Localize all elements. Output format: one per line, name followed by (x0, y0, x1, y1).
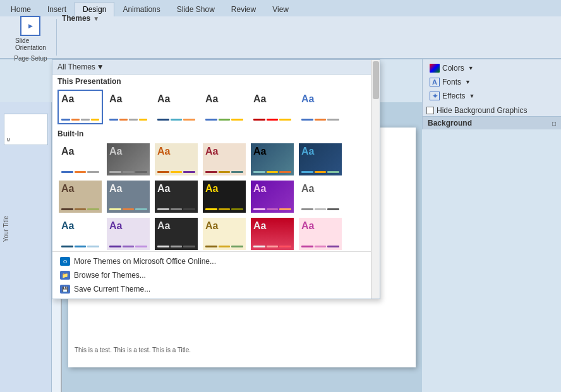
effects-label: Effects (442, 92, 465, 100)
background-section-header: Background □ (423, 116, 561, 129)
background-label: Background (428, 119, 472, 128)
fonts-label: Fonts (442, 78, 461, 86)
theme-item-2[interactable]: Aa (154, 90, 199, 124)
fonts-icon: A (430, 78, 440, 86)
your-title-label: Your Title (3, 216, 9, 242)
theme-item-3[interactable]: Aa (202, 90, 247, 124)
browse-themes-label: Browse for Themes... (74, 271, 146, 280)
theme-item-4[interactable]: Aa (250, 90, 295, 124)
themes-toolbar: Themes ▼ (59, 13, 556, 24)
builtin-theme-14[interactable]: Aa (106, 217, 151, 251)
ribbon-group-pagesetup: ▶ SlideOrientation Page Setup (5, 19, 57, 56)
builtin-theme-13[interactable]: Aa (57, 217, 103, 251)
theme-item-selected[interactable]: Aa (57, 90, 103, 124)
builtin-theme-3[interactable]: Aa (154, 142, 199, 177)
this-presentation-label: This Presentation (52, 74, 380, 87)
theme-preview-default: Aa (59, 91, 102, 123)
builtin-theme-6[interactable]: Aa (298, 142, 343, 177)
builtin-theme-2[interactable]: Aa (106, 142, 151, 177)
hide-bg-label: Hide Background Graphics (437, 106, 527, 115)
themes-sublabel: ▼ (93, 15, 99, 22)
builtin-theme-11[interactable]: Aa (250, 179, 295, 214)
builtin-theme-16[interactable]: Aa (202, 217, 247, 251)
builtin-theme-15[interactable]: Aa (154, 217, 199, 251)
builtin-theme-7[interactable]: Aa (57, 179, 103, 214)
theme-lines (61, 119, 99, 121)
save-icon: 💾 (60, 285, 70, 294)
colors-dropdown-icon: ▼ (468, 65, 474, 71)
builtin-theme-10[interactable]: Aa (202, 179, 247, 214)
dropdown-arrow-icon: ▼ (97, 62, 104, 71)
slide-icon: ▶ (20, 16, 40, 36)
builtin-theme-12[interactable]: Aa (298, 179, 343, 214)
builtin-theme-5[interactable]: Aa (250, 142, 295, 177)
theme-item-1[interactable]: Aa (106, 90, 151, 124)
effects-button[interactable]: ✦ Effects ▼ (425, 90, 558, 102)
themes-area: Themes ▼ (59, 13, 556, 62)
right-panel: Colors ▼ A Fonts ▼ ✦ Effects ▼ Hide Back… (422, 59, 561, 129)
slide-panel: Your Title M (0, 102, 52, 392)
slide-orientation-label: SlideOrientation (15, 37, 46, 51)
themes-footer: O More Themes on Microsoft Office Online… (52, 251, 380, 299)
builtin-theme-8[interactable]: Aa (106, 179, 151, 214)
theme-aa-label: Aa (61, 93, 99, 105)
builtin-theme-18[interactable]: Aa (298, 217, 343, 251)
background-expand-icon: □ (552, 120, 556, 127)
themes-scrollable: This Presentation Aa Aa (52, 74, 380, 251)
right-panel-buttons: Colors ▼ A Fonts ▼ ✦ Effects ▼ (423, 59, 561, 105)
this-presentation-grid: Aa Aa (52, 87, 380, 127)
theme-preview-1: Aa (107, 91, 150, 123)
hide-bg-checkbox[interactable] (426, 107, 434, 114)
ribbon-content: ▶ SlideOrientation Page Setup Themes ▼ (0, 16, 561, 59)
save-theme-label: Save Current Theme... (74, 285, 150, 294)
ribbon: Home Insert Design Animations Slide Show… (0, 0, 561, 59)
effects-dropdown-icon: ▼ (469, 93, 474, 99)
hide-bg-row: Hide Background Graphics (423, 105, 561, 116)
all-themes-button[interactable]: All Themes ▼ (57, 62, 104, 71)
save-theme-link[interactable]: 💾 Save Current Theme... (52, 282, 380, 296)
themes-header: All Themes ▼ (52, 60, 380, 74)
themes-scrollbar[interactable] (371, 60, 380, 299)
all-themes-label: All Themes (57, 62, 95, 71)
themes-dropdown: All Themes ▼ This Presentation Aa (52, 59, 380, 299)
browse-icon: 📁 (60, 271, 70, 280)
fonts-button[interactable]: A Fonts ▼ (425, 76, 558, 88)
more-themes-label: More Themes on Microsoft Office Online..… (74, 257, 216, 266)
builtin-theme-1[interactable]: Aa (57, 142, 103, 177)
more-themes-icon: O (60, 257, 70, 266)
browse-themes-link[interactable]: 📁 Browse for Themes... (52, 268, 380, 282)
builtin-theme-4[interactable]: Aa (202, 142, 247, 177)
built-in-grid: Aa Aa (52, 140, 380, 251)
theme-item-5[interactable]: Aa (298, 90, 343, 124)
fonts-dropdown-icon: ▼ (465, 79, 471, 85)
builtin-theme-9[interactable]: Aa (154, 179, 199, 214)
themes-preview-row (59, 24, 556, 62)
colors-label: Colors (442, 64, 464, 73)
built-in-label: Built-In (52, 127, 380, 140)
themes-label: Themes (62, 14, 90, 23)
slide-orientation-button[interactable]: ▶ SlideOrientation (10, 13, 51, 54)
colors-button[interactable]: Colors ▼ (425, 62, 558, 74)
more-themes-link[interactable]: O More Themes on Microsoft Office Online… (52, 254, 380, 268)
scrollbar-thumb (373, 61, 379, 99)
themes-header-left: All Themes ▼ (57, 62, 104, 71)
page-setup-label: Page Setup (14, 55, 47, 62)
colors-icon (430, 64, 440, 73)
builtin-theme-17[interactable]: Aa (250, 217, 295, 251)
effects-icon: ✦ (430, 92, 440, 100)
slide-bottom-text: This is a test. This is a test. This is … (75, 346, 191, 355)
slide-thumbnail: M (4, 114, 48, 145)
